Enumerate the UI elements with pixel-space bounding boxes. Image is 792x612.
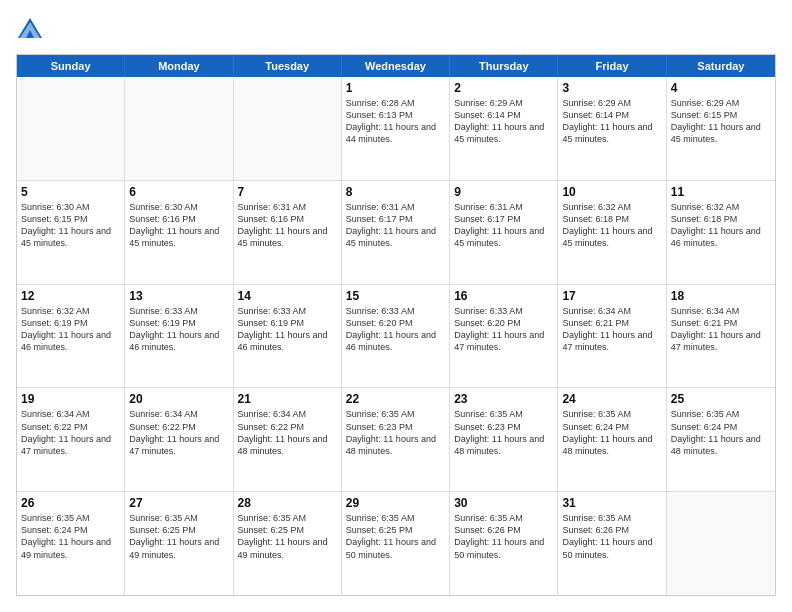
day-info: Sunrise: 6:34 AMSunset: 6:22 PMDaylight:… bbox=[21, 408, 120, 457]
empty-cell bbox=[125, 77, 233, 180]
day-info: Sunrise: 6:32 AMSunset: 6:18 PMDaylight:… bbox=[671, 201, 771, 250]
day-cell-16: 16Sunrise: 6:33 AMSunset: 6:20 PMDayligh… bbox=[450, 285, 558, 388]
day-number: 21 bbox=[238, 392, 337, 406]
day-info: Sunrise: 6:31 AMSunset: 6:16 PMDaylight:… bbox=[238, 201, 337, 250]
day-cell-18: 18Sunrise: 6:34 AMSunset: 6:21 PMDayligh… bbox=[667, 285, 775, 388]
day-info: Sunrise: 6:31 AMSunset: 6:17 PMDaylight:… bbox=[454, 201, 553, 250]
day-info: Sunrise: 6:35 AMSunset: 6:26 PMDaylight:… bbox=[454, 512, 553, 561]
day-info: Sunrise: 6:30 AMSunset: 6:15 PMDaylight:… bbox=[21, 201, 120, 250]
day-cell-26: 26Sunrise: 6:35 AMSunset: 6:24 PMDayligh… bbox=[17, 492, 125, 595]
day-cell-13: 13Sunrise: 6:33 AMSunset: 6:19 PMDayligh… bbox=[125, 285, 233, 388]
day-info: Sunrise: 6:34 AMSunset: 6:22 PMDaylight:… bbox=[238, 408, 337, 457]
day-number: 26 bbox=[21, 496, 120, 510]
day-cell-15: 15Sunrise: 6:33 AMSunset: 6:20 PMDayligh… bbox=[342, 285, 450, 388]
day-header-wednesday: Wednesday bbox=[342, 55, 450, 77]
calendar: SundayMondayTuesdayWednesdayThursdayFrid… bbox=[16, 54, 776, 596]
day-cell-9: 9Sunrise: 6:31 AMSunset: 6:17 PMDaylight… bbox=[450, 181, 558, 284]
day-number: 2 bbox=[454, 81, 553, 95]
day-cell-8: 8Sunrise: 6:31 AMSunset: 6:17 PMDaylight… bbox=[342, 181, 450, 284]
day-number: 15 bbox=[346, 289, 445, 303]
day-number: 24 bbox=[562, 392, 661, 406]
day-info: Sunrise: 6:34 AMSunset: 6:22 PMDaylight:… bbox=[129, 408, 228, 457]
day-number: 6 bbox=[129, 185, 228, 199]
day-info: Sunrise: 6:35 AMSunset: 6:26 PMDaylight:… bbox=[562, 512, 661, 561]
day-cell-23: 23Sunrise: 6:35 AMSunset: 6:23 PMDayligh… bbox=[450, 388, 558, 491]
day-cell-10: 10Sunrise: 6:32 AMSunset: 6:18 PMDayligh… bbox=[558, 181, 666, 284]
day-number: 13 bbox=[129, 289, 228, 303]
day-cell-20: 20Sunrise: 6:34 AMSunset: 6:22 PMDayligh… bbox=[125, 388, 233, 491]
day-info: Sunrise: 6:32 AMSunset: 6:18 PMDaylight:… bbox=[562, 201, 661, 250]
day-number: 30 bbox=[454, 496, 553, 510]
day-number: 3 bbox=[562, 81, 661, 95]
day-number: 25 bbox=[671, 392, 771, 406]
day-cell-28: 28Sunrise: 6:35 AMSunset: 6:25 PMDayligh… bbox=[234, 492, 342, 595]
day-number: 17 bbox=[562, 289, 661, 303]
day-info: Sunrise: 6:35 AMSunset: 6:24 PMDaylight:… bbox=[671, 408, 771, 457]
day-info: Sunrise: 6:28 AMSunset: 6:13 PMDaylight:… bbox=[346, 97, 445, 146]
day-number: 14 bbox=[238, 289, 337, 303]
day-header-friday: Friday bbox=[558, 55, 666, 77]
empty-cell bbox=[234, 77, 342, 180]
day-number: 23 bbox=[454, 392, 553, 406]
day-cell-4: 4Sunrise: 6:29 AMSunset: 6:15 PMDaylight… bbox=[667, 77, 775, 180]
day-cell-29: 29Sunrise: 6:35 AMSunset: 6:25 PMDayligh… bbox=[342, 492, 450, 595]
day-number: 18 bbox=[671, 289, 771, 303]
day-info: Sunrise: 6:29 AMSunset: 6:15 PMDaylight:… bbox=[671, 97, 771, 146]
day-info: Sunrise: 6:33 AMSunset: 6:19 PMDaylight:… bbox=[238, 305, 337, 354]
day-header-tuesday: Tuesday bbox=[234, 55, 342, 77]
day-number: 9 bbox=[454, 185, 553, 199]
day-cell-27: 27Sunrise: 6:35 AMSunset: 6:25 PMDayligh… bbox=[125, 492, 233, 595]
day-number: 1 bbox=[346, 81, 445, 95]
day-number: 19 bbox=[21, 392, 120, 406]
day-cell-30: 30Sunrise: 6:35 AMSunset: 6:26 PMDayligh… bbox=[450, 492, 558, 595]
day-number: 8 bbox=[346, 185, 445, 199]
day-header-monday: Monday bbox=[125, 55, 233, 77]
calendar-body: 1Sunrise: 6:28 AMSunset: 6:13 PMDaylight… bbox=[17, 77, 775, 595]
day-cell-24: 24Sunrise: 6:35 AMSunset: 6:24 PMDayligh… bbox=[558, 388, 666, 491]
empty-cell bbox=[17, 77, 125, 180]
day-header-sunday: Sunday bbox=[17, 55, 125, 77]
header bbox=[16, 16, 776, 44]
day-number: 31 bbox=[562, 496, 661, 510]
day-cell-22: 22Sunrise: 6:35 AMSunset: 6:23 PMDayligh… bbox=[342, 388, 450, 491]
day-info: Sunrise: 6:34 AMSunset: 6:21 PMDaylight:… bbox=[671, 305, 771, 354]
page: SundayMondayTuesdayWednesdayThursdayFrid… bbox=[0, 0, 792, 612]
week-row-5: 26Sunrise: 6:35 AMSunset: 6:24 PMDayligh… bbox=[17, 492, 775, 595]
day-cell-12: 12Sunrise: 6:32 AMSunset: 6:19 PMDayligh… bbox=[17, 285, 125, 388]
day-info: Sunrise: 6:30 AMSunset: 6:16 PMDaylight:… bbox=[129, 201, 228, 250]
day-number: 28 bbox=[238, 496, 337, 510]
logo-icon bbox=[16, 16, 44, 44]
day-header-thursday: Thursday bbox=[450, 55, 558, 77]
week-row-2: 5Sunrise: 6:30 AMSunset: 6:15 PMDaylight… bbox=[17, 181, 775, 285]
day-cell-14: 14Sunrise: 6:33 AMSunset: 6:19 PMDayligh… bbox=[234, 285, 342, 388]
week-row-1: 1Sunrise: 6:28 AMSunset: 6:13 PMDaylight… bbox=[17, 77, 775, 181]
day-number: 4 bbox=[671, 81, 771, 95]
day-info: Sunrise: 6:35 AMSunset: 6:24 PMDaylight:… bbox=[562, 408, 661, 457]
day-header-saturday: Saturday bbox=[667, 55, 775, 77]
day-cell-1: 1Sunrise: 6:28 AMSunset: 6:13 PMDaylight… bbox=[342, 77, 450, 180]
day-info: Sunrise: 6:35 AMSunset: 6:25 PMDaylight:… bbox=[346, 512, 445, 561]
day-number: 7 bbox=[238, 185, 337, 199]
day-cell-17: 17Sunrise: 6:34 AMSunset: 6:21 PMDayligh… bbox=[558, 285, 666, 388]
day-cell-21: 21Sunrise: 6:34 AMSunset: 6:22 PMDayligh… bbox=[234, 388, 342, 491]
day-cell-6: 6Sunrise: 6:30 AMSunset: 6:16 PMDaylight… bbox=[125, 181, 233, 284]
day-cell-25: 25Sunrise: 6:35 AMSunset: 6:24 PMDayligh… bbox=[667, 388, 775, 491]
day-info: Sunrise: 6:33 AMSunset: 6:19 PMDaylight:… bbox=[129, 305, 228, 354]
day-number: 22 bbox=[346, 392, 445, 406]
day-cell-3: 3Sunrise: 6:29 AMSunset: 6:14 PMDaylight… bbox=[558, 77, 666, 180]
day-info: Sunrise: 6:35 AMSunset: 6:23 PMDaylight:… bbox=[454, 408, 553, 457]
day-number: 16 bbox=[454, 289, 553, 303]
day-number: 27 bbox=[129, 496, 228, 510]
day-cell-11: 11Sunrise: 6:32 AMSunset: 6:18 PMDayligh… bbox=[667, 181, 775, 284]
day-info: Sunrise: 6:35 AMSunset: 6:24 PMDaylight:… bbox=[21, 512, 120, 561]
day-info: Sunrise: 6:33 AMSunset: 6:20 PMDaylight:… bbox=[454, 305, 553, 354]
day-info: Sunrise: 6:29 AMSunset: 6:14 PMDaylight:… bbox=[562, 97, 661, 146]
day-cell-7: 7Sunrise: 6:31 AMSunset: 6:16 PMDaylight… bbox=[234, 181, 342, 284]
day-info: Sunrise: 6:29 AMSunset: 6:14 PMDaylight:… bbox=[454, 97, 553, 146]
week-row-3: 12Sunrise: 6:32 AMSunset: 6:19 PMDayligh… bbox=[17, 285, 775, 389]
day-cell-5: 5Sunrise: 6:30 AMSunset: 6:15 PMDaylight… bbox=[17, 181, 125, 284]
day-info: Sunrise: 6:34 AMSunset: 6:21 PMDaylight:… bbox=[562, 305, 661, 354]
week-row-4: 19Sunrise: 6:34 AMSunset: 6:22 PMDayligh… bbox=[17, 388, 775, 492]
day-number: 20 bbox=[129, 392, 228, 406]
day-number: 11 bbox=[671, 185, 771, 199]
